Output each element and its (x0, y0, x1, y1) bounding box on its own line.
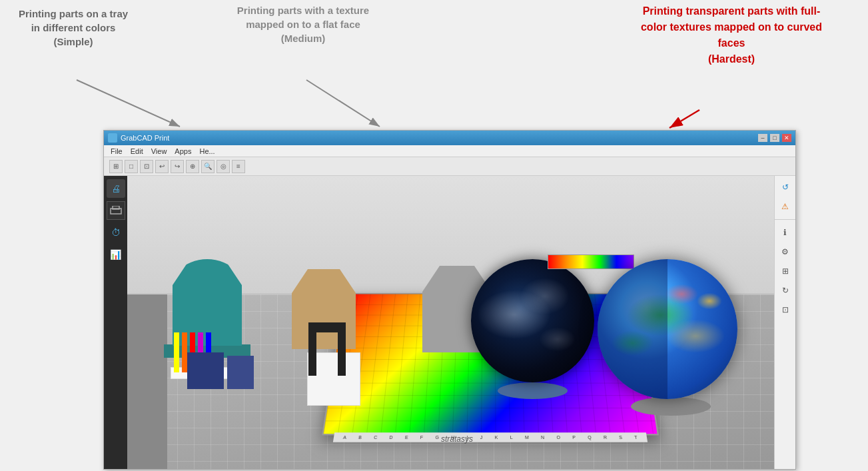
sidebar: 🖨 ⏱ 📊 (104, 176, 127, 469)
globe-dark (471, 259, 594, 382)
toolbar-btn-9[interactable]: ≡ (232, 160, 245, 173)
toolbar-btn-7[interactable]: 🔍 (201, 160, 215, 173)
window-body: 🖨 ⏱ 📊 ABCDEF (104, 176, 795, 469)
annotation-right-line3: faces (718, 37, 745, 49)
svg-line-2 (77, 80, 180, 127)
annotation-right-line2: color textures mapped on to curved (641, 21, 822, 33)
toolbar-btn-2[interactable]: □ (125, 160, 138, 173)
blue-box-part-2 (227, 356, 254, 389)
grabcad-window: GrabCAD Print – □ ✕ File Edit View Apps … (103, 130, 796, 470)
blue-box-part-1 (187, 352, 224, 389)
sidebar-icon-stats[interactable]: 📊 (107, 245, 125, 264)
tan-arch-shape (284, 269, 364, 349)
annotation-arrows (0, 0, 868, 130)
svg-rect-6 (113, 206, 119, 209)
annotation-right-line4: (Hardest) (708, 53, 755, 65)
toolbar: ⊞ □ ⊡ ↩ ↪ ⊕ 🔍 ◎ ≡ (104, 157, 795, 176)
right-panel: ↺ ⚠ ℹ ⚙ ⊞ ↻ ⊡ (774, 176, 795, 469)
annotation-right-line1: Printing transparent parts with full- (643, 5, 821, 17)
toolbar-btn-1[interactable]: ⊞ (109, 160, 123, 173)
toolbar-btn-8[interactable]: ◎ (217, 160, 230, 173)
annotation-center: Printing parts with a texture mapped on … (226, 3, 380, 45)
annotation-center-line2: mapped on to a flat face (246, 19, 360, 30)
right-panel-warning-icon[interactable]: ⚠ (777, 199, 793, 215)
strip-yellow (174, 332, 179, 372)
window-controls: – □ ✕ (758, 134, 791, 142)
annotation-left-line3: (Simple) (53, 36, 93, 47)
window-title: GrabCAD Print (121, 134, 758, 142)
menu-file[interactable]: File (107, 147, 127, 155)
menu-apps[interactable]: Apps (171, 147, 195, 155)
3d-scene: ABCDEF GHIJKL MNOPQR ST (127, 176, 774, 469)
annotation-center-line3: (Medium) (281, 33, 326, 44)
minimize-button[interactable]: – (758, 134, 767, 142)
globe-dark-stand (498, 382, 568, 399)
tray-left-edge (127, 294, 167, 469)
toolbar-btn-5[interactable]: ↪ (171, 160, 184, 173)
annotation-right: Printing transparent parts with full- co… (628, 3, 835, 67)
toolbar-btn-3[interactable]: ⊡ (140, 160, 153, 173)
right-panel-grid-icon[interactable]: ⊞ (777, 263, 793, 279)
sidebar-tray-icon[interactable] (107, 201, 125, 220)
tan-arch-part (284, 269, 364, 362)
app-icon (108, 133, 117, 143)
close-button[interactable]: ✕ (782, 134, 791, 142)
stratasys-label: stratasys (414, 434, 500, 444)
menu-view[interactable]: View (147, 147, 171, 155)
title-bar: GrabCAD Print – □ ✕ (104, 131, 795, 145)
annotation-left-line2: in different colors (31, 22, 116, 33)
annotation-area: Printing parts on a tray in different co… (0, 0, 868, 130)
viewport[interactable]: ABCDEF GHIJKL MNOPQR ST (127, 176, 774, 469)
svg-line-4 (669, 110, 699, 128)
right-panel-info-icon[interactable]: ℹ (777, 225, 793, 240)
menu-bar: File Edit View Apps He... (104, 145, 795, 157)
sidebar-icon-clock[interactable]: ⏱ (107, 223, 125, 242)
globe-color-stand (631, 397, 711, 416)
annotation-left-line1: Printing parts on a tray (19, 8, 128, 19)
toolbar-btn-4[interactable]: ↩ (155, 160, 169, 173)
maximize-button[interactable]: □ (770, 134, 779, 142)
strip-orange (182, 332, 187, 372)
sidebar-icon-print[interactable]: 🖨 (107, 179, 125, 198)
globe-color-texture (598, 259, 737, 399)
right-panel-rotate-icon[interactable]: ↻ (777, 282, 793, 298)
right-panel-divider (775, 219, 795, 220)
right-panel-settings-icon[interactable]: ⚙ (777, 244, 793, 260)
menu-help[interactable]: He... (195, 147, 218, 155)
right-panel-box-icon[interactable]: ⊡ (777, 302, 793, 318)
annotation-center-line1: Printing parts with a texture (237, 5, 369, 16)
right-panel-refresh-icon[interactable]: ↺ (777, 179, 793, 195)
menu-edit[interactable]: Edit (127, 147, 147, 155)
svg-line-3 (306, 80, 380, 127)
annotation-left: Printing parts on a tray in different co… (7, 7, 140, 49)
toolbar-btn-6[interactable]: ⊕ (186, 160, 199, 173)
